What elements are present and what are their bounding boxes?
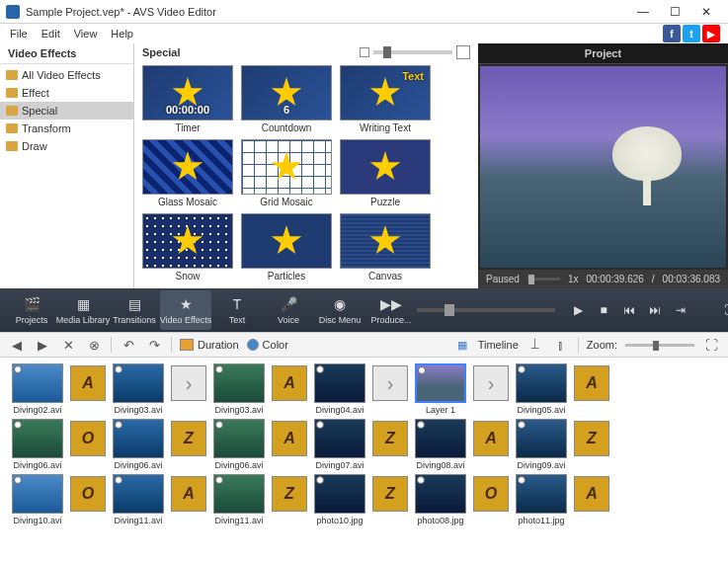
clip[interactable]: Diving09.avi <box>514 419 569 470</box>
stop-button[interactable]: ■ <box>593 299 614 321</box>
effect-puzzle[interactable]: Puzzle <box>340 139 431 207</box>
transition-slot[interactable]: A <box>573 363 610 403</box>
redo-button[interactable]: ↷ <box>145 336 163 354</box>
tree-item-all-video-effects[interactable]: All Video Effects <box>0 66 133 84</box>
menu-file[interactable]: File <box>4 26 34 41</box>
transition-slot[interactable]: O <box>472 474 510 514</box>
clip[interactable]: photo08.jpg <box>413 474 468 525</box>
transition-slot[interactable]: A <box>573 474 610 514</box>
thumbnail-size-slider[interactable] <box>360 45 470 59</box>
tree-item-special[interactable]: Special <box>0 102 133 120</box>
menu-help[interactable]: Help <box>105 26 139 41</box>
mode-video-effects[interactable]: ★Video Effects <box>160 290 211 330</box>
maximize-button[interactable]: ☐ <box>659 1 690 23</box>
preview-tab-project[interactable]: Project <box>478 43 728 64</box>
close-button[interactable]: ✕ <box>690 1 722 23</box>
facebook-icon[interactable]: f <box>663 25 681 42</box>
transition-slot[interactable]: Z <box>371 419 409 458</box>
next-frame-button[interactable]: ⏭ <box>644 299 666 321</box>
split-button[interactable]: ⫿ <box>552 336 570 354</box>
preview-viewport[interactable] <box>480 66 726 268</box>
minimize-button[interactable]: — <box>627 1 659 23</box>
transition-slot[interactable]: O <box>69 474 107 514</box>
tree-item-draw[interactable]: Draw <box>0 137 133 155</box>
seek-thumb[interactable] <box>528 275 534 284</box>
clip[interactable]: Diving05.avi <box>514 363 569 415</box>
mode-disc-menu[interactable]: ◉Disc Menu <box>314 290 365 330</box>
zoom-slider[interactable] <box>625 344 694 347</box>
mode-produce[interactable]: ▶▶Produce... <box>365 290 417 330</box>
effect-particles[interactable]: Particles <box>241 213 332 281</box>
timeline-scrubber[interactable] <box>417 308 555 312</box>
delete-all-button[interactable]: ⊗ <box>85 336 103 354</box>
clip[interactable]: photo11.jpg <box>514 474 569 525</box>
scrubber-thumb[interactable] <box>445 304 454 316</box>
mode-transitions[interactable]: ▤Transitions <box>109 290 160 330</box>
nav-forward-button[interactable]: ▶ <box>34 336 51 354</box>
clip[interactable]: Diving11.avi <box>111 474 166 525</box>
clip[interactable]: Layer 1 <box>413 363 468 415</box>
transition-slot[interactable]: A <box>69 363 107 403</box>
transition-slot[interactable]: O <box>69 419 107 458</box>
fullscreen-button[interactable]: ⛶ <box>719 299 728 321</box>
menu-edit[interactable]: Edit <box>36 26 66 41</box>
transition-slot[interactable]: A <box>271 363 308 403</box>
clip[interactable]: photo10.jpg <box>312 474 367 525</box>
effect-snow[interactable]: Snow <box>142 213 233 281</box>
clip[interactable]: Diving11.avi <box>211 474 267 525</box>
size-track[interactable] <box>373 50 452 54</box>
effect-canvas[interactable]: Canvas <box>340 213 431 281</box>
transition-slot[interactable]: A <box>472 419 510 458</box>
transition-slot[interactable]: › <box>371 363 409 403</box>
tree-item-effect[interactable]: Effect <box>0 84 133 102</box>
transition-slot[interactable]: Z <box>573 419 610 458</box>
effect-glass-mosaic[interactable]: Glass Mosaic <box>142 139 233 207</box>
clip[interactable]: Diving10.avi <box>10 474 65 525</box>
clip[interactable]: Diving03.avi <box>211 363 267 415</box>
mode-projects[interactable]: 🎬Projects <box>6 290 57 330</box>
nav-back-button[interactable]: ◀ <box>8 336 26 354</box>
undo-button[interactable]: ↶ <box>120 336 137 354</box>
duration-button[interactable]: Duration <box>180 339 239 351</box>
clip[interactable]: Diving03.avi <box>111 363 166 415</box>
clip[interactable]: Diving06.avi <box>211 419 267 470</box>
seek-bar[interactable] <box>527 278 560 281</box>
mode-voice[interactable]: 🎤Voice <box>263 290 314 330</box>
effect-grid-mosaic[interactable]: Grid Mosaic <box>241 139 332 207</box>
timeline-view-button[interactable]: ▦ Timeline <box>457 339 519 352</box>
play-button[interactable]: ▶ <box>567 299 589 321</box>
transition-slot[interactable]: Z <box>271 474 308 514</box>
transition-slot[interactable]: Z <box>371 474 409 514</box>
effect-writing-text[interactable]: TextWriting Text <box>340 65 431 133</box>
clip[interactable]: Diving08.avi <box>413 419 468 470</box>
prev-frame-button[interactable]: ⏮ <box>618 299 640 321</box>
transition-slot[interactable]: › <box>472 363 510 403</box>
step-button[interactable]: ⇥ <box>670 299 691 321</box>
twitter-icon[interactable]: t <box>683 25 700 42</box>
fit-zoom-button[interactable]: ⛶ <box>702 336 720 354</box>
clip[interactable]: Diving02.avi <box>10 363 65 415</box>
menu-view[interactable]: View <box>68 26 104 41</box>
transition-slot[interactable]: › <box>170 363 207 403</box>
color-button[interactable]: Color <box>247 339 288 351</box>
effect-thumb: 6 <box>241 65 332 120</box>
transition-icon: Z <box>574 421 609 456</box>
size-thumb[interactable] <box>383 46 391 58</box>
transition-slot[interactable]: A <box>271 419 308 458</box>
transition-slot[interactable]: A <box>170 474 207 514</box>
youtube-icon[interactable]: ▶ <box>702 25 720 42</box>
mode-media-library[interactable]: ▦Media Library <box>57 290 109 330</box>
effect-countdown[interactable]: 6Countdown <box>241 65 332 133</box>
effect-timer[interactable]: 00:00:00Timer <box>142 65 233 133</box>
clip[interactable]: Diving06.avi <box>10 419 65 470</box>
tree-item-transform[interactable]: Transform <box>0 120 133 137</box>
mode-label: Video Effects <box>160 315 212 325</box>
delete-button[interactable]: ✕ <box>59 336 77 354</box>
mode-text[interactable]: TText <box>211 290 263 330</box>
transition-slot[interactable]: Z <box>170 419 207 458</box>
clip[interactable]: Diving04.avi <box>312 363 367 415</box>
clip[interactable]: Diving07.avi <box>312 419 367 470</box>
clip[interactable]: Diving06.avi <box>111 419 166 470</box>
mixer-button[interactable]: ⟘ <box>526 336 544 354</box>
zoom-thumb[interactable] <box>653 341 659 351</box>
